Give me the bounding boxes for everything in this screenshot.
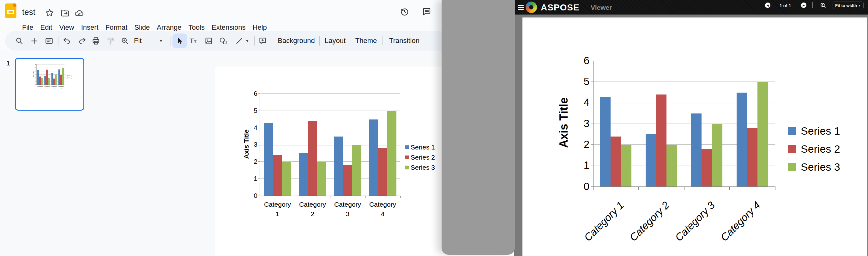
x-axis-tick xyxy=(260,196,260,198)
legend-item: Series 3 xyxy=(788,161,840,173)
legend-label: Series 1 xyxy=(411,143,435,151)
bar-series-1 xyxy=(334,137,343,196)
legend-label: Series 1 xyxy=(801,125,840,137)
x-axis-tick xyxy=(775,187,775,190)
gridline xyxy=(593,103,775,103)
embedded-bar-chart[interactable]: 0123456Category1Category2Category3Catego… xyxy=(243,85,445,224)
gridline xyxy=(593,82,775,82)
legend-swatch xyxy=(788,127,796,135)
y-axis-line xyxy=(593,61,593,187)
legend-item: Series 1 xyxy=(788,125,840,137)
x-axis-tick xyxy=(365,196,366,198)
bar-series-1 xyxy=(737,93,747,187)
x-axis-tick xyxy=(593,187,593,190)
legend-item: Series 1 xyxy=(405,143,435,151)
bar-series-3 xyxy=(48,78,50,85)
y-tick-label: 1 xyxy=(570,159,589,171)
bar-series-1 xyxy=(600,97,611,187)
bar-series-2 xyxy=(747,128,757,187)
x-axis-tick xyxy=(729,187,730,190)
gridline xyxy=(593,123,775,124)
axis-title: Axis Title xyxy=(33,68,35,81)
bar-series-3 xyxy=(666,145,677,187)
y-tick-label: 0 xyxy=(570,180,589,193)
axis-title: Axis Title xyxy=(243,113,250,176)
legend-label: Series 2 xyxy=(67,76,71,78)
legend-swatch xyxy=(788,145,796,153)
legend-label: Series 1 xyxy=(67,74,71,76)
x-axis-tick xyxy=(295,196,295,198)
legend-swatch xyxy=(66,79,66,79)
legend-label: Series 3 xyxy=(801,161,840,173)
legend-item: Series 3 xyxy=(405,164,435,171)
y-tick-label: 0 xyxy=(239,192,257,199)
bar-series-3 xyxy=(352,145,361,196)
bar-series-3 xyxy=(712,124,722,187)
bar-series-1 xyxy=(299,153,308,196)
y-tick-label: 3 xyxy=(570,118,589,130)
y-tick-label: 6 xyxy=(570,55,589,67)
y-tick-label: 5 xyxy=(570,76,589,88)
bar-series-3 xyxy=(41,78,43,85)
legend-item: Series 1 xyxy=(66,74,72,76)
bar-series-2 xyxy=(273,155,282,196)
bar-series-2 xyxy=(656,94,666,187)
bar-series-1 xyxy=(646,134,656,187)
y-axis-line xyxy=(260,94,260,196)
bar-series-3 xyxy=(55,75,57,85)
axis-title: Axis Title xyxy=(557,91,570,154)
gridline xyxy=(260,93,400,94)
mini-chart-clone[interactable]: 0123456Category1Category2Category3Catego… xyxy=(33,63,73,90)
y-tick-label: 2 xyxy=(570,138,589,150)
legend-swatch xyxy=(405,145,409,149)
legend-swatch xyxy=(788,163,796,171)
legend-label: Series 3 xyxy=(411,164,435,171)
y-tick-label: 4 xyxy=(570,96,589,108)
legend-item: Series 3 xyxy=(66,78,72,80)
x-axis-tick xyxy=(639,187,639,190)
x-axis-tick xyxy=(684,187,684,190)
y-tick-label: 1 xyxy=(239,175,257,182)
bar-series-1 xyxy=(369,119,378,196)
bar-series-3 xyxy=(282,162,291,196)
legend-item: Series 2 xyxy=(788,143,840,155)
y-tick-label: 6 xyxy=(32,63,36,65)
bar-series-1 xyxy=(264,123,273,196)
gridline xyxy=(260,111,400,111)
bar-series-1 xyxy=(691,113,702,187)
bar-series-2 xyxy=(308,121,317,196)
legend-item: Series 2 xyxy=(66,76,72,78)
category-label: Category4 xyxy=(57,85,65,89)
slide-thumbnail[interactable]: 0123456Category1Category2Category3Catego… xyxy=(15,58,84,111)
legend-swatch xyxy=(405,166,409,169)
aspose-viewer-window: ASPOSE Viewer ◄ 1 of 1 ► Fit to width ▼ … xyxy=(515,0,868,256)
bar-series-3 xyxy=(387,111,396,196)
thumbnail-mini-chart: 0123456Category1Category2Category3Catego… xyxy=(33,63,72,90)
rendered-bar-chart: 0123456Category 1Category 2Category 3Cat… xyxy=(515,0,868,256)
gridline xyxy=(260,145,400,145)
x-axis-tick xyxy=(400,196,401,198)
bar-series-3 xyxy=(621,145,631,187)
legend-swatch xyxy=(66,75,66,75)
bar-series-2 xyxy=(378,148,387,196)
legend-swatch xyxy=(66,77,66,77)
gridline xyxy=(260,128,400,128)
legend-swatch xyxy=(405,155,409,159)
x-axis-tick xyxy=(330,196,331,198)
gridline xyxy=(593,61,775,61)
slide-number: 1 xyxy=(6,59,10,67)
category-label: Category4 xyxy=(361,200,405,219)
legend-item: Series 2 xyxy=(405,153,435,161)
y-tick-label: 1 xyxy=(32,81,36,82)
legend-label: Series 2 xyxy=(801,143,840,155)
bar-series-2 xyxy=(702,149,712,187)
bar-series-2 xyxy=(611,137,621,187)
bar-series-3 xyxy=(757,82,768,187)
legend-label: Series 2 xyxy=(411,153,435,161)
window-gap-panel xyxy=(441,0,515,255)
bar-series-3 xyxy=(317,162,326,196)
google-slides-window: test FileEditViewInsertFormatSlideArrang… xyxy=(0,0,514,256)
bar-series-2 xyxy=(343,165,352,196)
legend-label: Series 3 xyxy=(67,78,71,80)
bar-series-3 xyxy=(62,68,64,85)
